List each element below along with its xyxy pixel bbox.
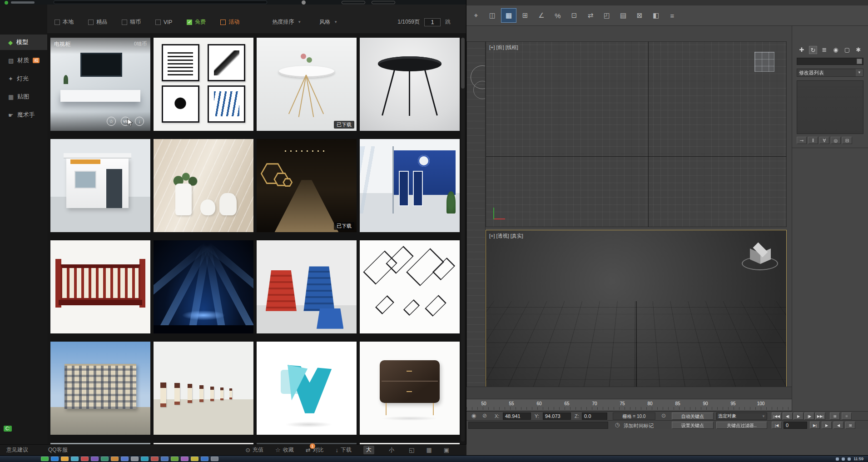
model-tile-office-building[interactable] bbox=[50, 342, 150, 435]
filter-activity[interactable]: 活动 bbox=[220, 18, 239, 26]
auto-key-button[interactable]: 自动关键点 bbox=[672, 412, 714, 420]
utilities-tab-icon[interactable]: ✱ bbox=[854, 46, 863, 54]
transport-button[interactable]: ▶ bbox=[822, 422, 832, 429]
sidebar-item-texture[interactable]: ▦ 贴图 bbox=[0, 89, 47, 104]
model-tile-tv-cabinet[interactable]: 电视柜 0猫币 ☆ VS ↓ bbox=[50, 38, 150, 131]
style-dropdown[interactable]: 风格▼ bbox=[319, 18, 337, 26]
taskbar-app-icon[interactable] bbox=[121, 457, 129, 461]
page-input[interactable] bbox=[424, 18, 441, 26]
toolbar-curve-editor-icon[interactable]: ⊠ bbox=[632, 8, 647, 23]
scrollbar-thumb[interactable] bbox=[461, 38, 465, 89]
filter-coin[interactable]: 猫币 bbox=[122, 18, 141, 26]
key-icon[interactable]: |◀ bbox=[772, 422, 782, 429]
download-button[interactable]: ↓下载 bbox=[336, 446, 352, 454]
modifier-stack[interactable] bbox=[797, 80, 863, 134]
model-tile-teal-table[interactable] bbox=[257, 342, 357, 435]
taskbar-app-icon[interactable] bbox=[91, 457, 99, 461]
toolbar-window-crossing-icon[interactable]: ⊞ bbox=[517, 8, 533, 23]
show-end-result-icon[interactable]: ‖ bbox=[808, 137, 818, 144]
front-viewport-label[interactable]: [+] [前] [线框] bbox=[489, 44, 518, 51]
taskbar-app-icon[interactable] bbox=[191, 457, 198, 461]
previous-frame-button[interactable]: ◀| bbox=[783, 412, 793, 420]
transform-gizmo-icon[interactable]: ⊙ bbox=[659, 412, 668, 420]
sort-dropdown[interactable]: 热度排序▼ bbox=[272, 18, 301, 26]
timeline-ruler[interactable]: 50 55 60 65 70 75 80 85 90 95 100 bbox=[466, 399, 792, 411]
clock-icon[interactable]: ◷ bbox=[613, 422, 622, 429]
size-small-button[interactable]: 小 bbox=[386, 446, 397, 454]
viewcube-icon[interactable] bbox=[754, 52, 774, 72]
set-key-button[interactable]: 设置关键点 bbox=[672, 422, 714, 429]
qq-service-link[interactable]: QQ客服 bbox=[48, 446, 68, 454]
taskbar-app-icon[interactable] bbox=[181, 457, 188, 461]
filter-vip[interactable]: VIP bbox=[155, 19, 172, 25]
titlebar-button-1[interactable] bbox=[342, 1, 365, 4]
search-input[interactable] bbox=[54, 0, 267, 4]
model-tile-black-tray-table[interactable] bbox=[360, 38, 460, 131]
go-to-end-button[interactable]: ▶▶| bbox=[815, 412, 825, 420]
size-large-button[interactable]: 大 bbox=[363, 446, 374, 454]
model-tile-wall-art[interactable] bbox=[154, 38, 253, 131]
jump-button[interactable]: 跳 bbox=[445, 18, 451, 26]
avatar[interactable] bbox=[302, 0, 306, 5]
toolbar-snaps-toggle-icon[interactable]: ▦ bbox=[501, 8, 516, 23]
next-frame-button[interactable]: |▶ bbox=[804, 412, 814, 420]
sidebar-item-model[interactable]: ◆ 模型 bbox=[0, 35, 47, 50]
track-bar[interactable] bbox=[466, 387, 792, 399]
key-mode-toggle[interactable]: ⊞ bbox=[830, 412, 840, 420]
compare-button[interactable]: ⇄1对比 bbox=[306, 446, 324, 454]
left-viewport-partial[interactable] bbox=[466, 41, 486, 412]
recharge-button[interactable]: ⊙充值 bbox=[245, 446, 263, 454]
tray-icon[interactable] bbox=[842, 457, 845, 461]
maximize-viewport-toggle[interactable]: ⊞ bbox=[845, 422, 855, 429]
tray-icon[interactable] bbox=[836, 457, 839, 461]
z-coordinate-field[interactable]: 0.0 bbox=[582, 412, 607, 420]
favorite-button[interactable]: ☆收藏 bbox=[275, 446, 294, 454]
model-tile-guard-booth[interactable] bbox=[50, 139, 150, 232]
selection-set-dropdown[interactable]: 选定对象▼ bbox=[716, 412, 767, 420]
toolbar-align-icon[interactable]: ◰ bbox=[599, 8, 615, 23]
grid-scrollbar[interactable] bbox=[461, 38, 465, 442]
model-tile-ceramic-vases[interactable] bbox=[154, 139, 253, 232]
go-to-start-button[interactable]: |◀◀ bbox=[772, 412, 782, 420]
remove-modifier-icon[interactable]: ◎ bbox=[831, 137, 841, 144]
taskbar-app-icon[interactable] bbox=[81, 457, 89, 461]
tray-icon[interactable] bbox=[848, 457, 851, 461]
model-tile-stage-lighting[interactable] bbox=[154, 240, 253, 333]
toolbar-mirror-icon[interactable]: ⇄ bbox=[583, 8, 598, 23]
toolbar-select-icon[interactable]: ⌖ bbox=[468, 8, 484, 23]
titlebar-button-2[interactable] bbox=[372, 1, 395, 4]
model-tile-wire-frames[interactable] bbox=[360, 240, 460, 333]
y-coordinate-field[interactable]: 94.073 bbox=[543, 412, 571, 420]
filter-local[interactable]: 本地 bbox=[55, 18, 74, 26]
toolbar-angle-snap-icon[interactable]: ∠ bbox=[534, 8, 549, 23]
viewcube-icon[interactable] bbox=[745, 242, 775, 272]
key-filters-button[interactable]: 关键点过滤器.. bbox=[716, 422, 767, 429]
transport-button[interactable]: ◀ bbox=[833, 422, 843, 429]
selection-lock-icon[interactable]: ⊘ bbox=[480, 412, 489, 420]
toolbar-region-icon[interactable]: ◫ bbox=[485, 8, 500, 23]
toolbar-spinner-snap-icon[interactable]: ⊡ bbox=[566, 8, 582, 23]
hierarchy-tab-icon[interactable]: ≣ bbox=[820, 46, 828, 54]
perspective-viewport-label[interactable]: [+] [透视] [真实] bbox=[489, 233, 523, 239]
taskbar-app-icon[interactable] bbox=[171, 457, 179, 461]
download-icon[interactable]: ↓ bbox=[135, 117, 144, 126]
taskbar-app-icon[interactable] bbox=[111, 457, 119, 461]
pin-stack-icon[interactable]: ⊸ bbox=[797, 137, 807, 144]
grid-view-icon[interactable]: ▦ bbox=[426, 447, 432, 453]
isolate-selection-icon[interactable]: ◉ bbox=[469, 412, 478, 420]
model-tile-wood-cabinet[interactable] bbox=[360, 342, 460, 435]
fullscreen-icon[interactable]: ◱ bbox=[409, 447, 414, 453]
configure-modifier-sets-icon[interactable]: ⊟ bbox=[842, 137, 852, 144]
make-unique-icon[interactable]: ∀ bbox=[819, 137, 829, 144]
taskbar-app-icon[interactable] bbox=[41, 457, 49, 461]
create-tab-icon[interactable]: ✚ bbox=[798, 46, 806, 54]
object-name-field[interactable] bbox=[797, 58, 863, 65]
taskbar-app-icon[interactable] bbox=[61, 457, 69, 461]
taskbar-app-icon[interactable] bbox=[141, 457, 149, 461]
model-tile-blue-exhibition-hall[interactable] bbox=[360, 139, 460, 232]
model-tile-culture-posts[interactable] bbox=[154, 342, 253, 435]
display-tab-icon[interactable]: ▢ bbox=[843, 46, 851, 54]
taskbar-app-icon[interactable] bbox=[131, 457, 139, 461]
filter-premium[interactable]: 精品 bbox=[88, 18, 107, 26]
feedback-link[interactable]: 意见建议 bbox=[6, 446, 28, 454]
